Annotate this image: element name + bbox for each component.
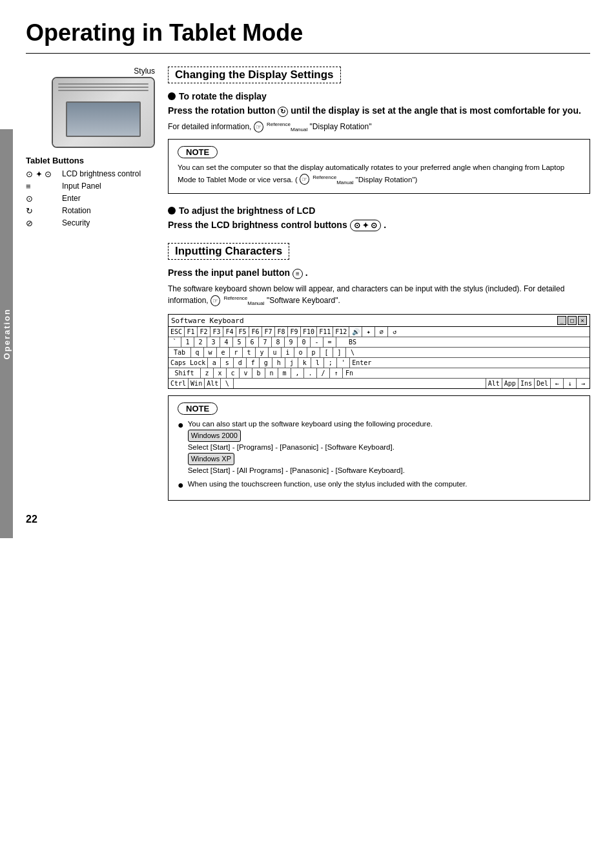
key-n[interactable]: n	[265, 368, 278, 378]
key-rotate[interactable]: ↺	[388, 327, 401, 337]
key-4[interactable]: 4	[220, 337, 233, 347]
key-f4[interactable]: F4	[223, 327, 236, 337]
subsection-brightness-title: To adjust the brightness of LCD	[168, 205, 590, 216]
key-b[interactable]: b	[252, 368, 265, 378]
key-f1[interactable]: F1	[185, 327, 198, 337]
keyboard-titlebar: Software Keyboard _ □ ✕	[169, 315, 590, 327]
key-g[interactable]: g	[260, 358, 272, 368]
key-u[interactable]: u	[269, 348, 282, 357]
key-esc[interactable]: ESC	[169, 327, 185, 337]
key-vol[interactable]: 🔊	[349, 327, 362, 337]
key-w[interactable]: w	[204, 348, 217, 357]
input-panel-label: Input Panel	[62, 182, 101, 191]
key-enter[interactable]: Enter	[350, 358, 373, 368]
key-s[interactable]: s	[221, 358, 234, 368]
key-8[interactable]: 8	[272, 337, 285, 347]
key-minus[interactable]: -	[311, 337, 323, 347]
key-downarrow[interactable]: ↓	[564, 379, 577, 388]
key-semicolon[interactable]: ;	[324, 358, 337, 368]
key-uparrow[interactable]: ↑	[330, 368, 343, 378]
key-j[interactable]: j	[285, 358, 298, 368]
key-1[interactable]: 1	[181, 337, 194, 347]
list-item: ≡ Input Panel	[26, 182, 155, 191]
key-shift[interactable]: Shift	[169, 368, 201, 378]
key-r[interactable]: r	[230, 348, 243, 357]
key-space[interactable]	[234, 379, 486, 388]
key-0[interactable]: 0	[298, 337, 311, 347]
key-y[interactable]: y	[256, 348, 269, 357]
key-z[interactable]: z	[201, 368, 214, 378]
key-leftarrow[interactable]: ←	[551, 379, 564, 388]
key-rbracket[interactable]: ]	[333, 348, 346, 357]
key-c[interactable]: c	[227, 368, 240, 378]
key-alt-r[interactable]: Alt	[486, 379, 502, 388]
key-6[interactable]: 6	[246, 337, 259, 347]
key-win[interactable]: Win	[189, 379, 205, 388]
key-backslash[interactable]: \	[346, 348, 359, 357]
list-item: ↻ Rotation	[26, 206, 155, 216]
key-bright[interactable]: ✦	[362, 327, 375, 337]
maximize-button[interactable]: □	[568, 316, 577, 325]
key-9[interactable]: 9	[285, 337, 298, 347]
key-lbracket[interactable]: [	[320, 348, 333, 357]
key-o[interactable]: o	[294, 348, 307, 357]
key-f[interactable]: f	[247, 358, 260, 368]
key-d[interactable]: d	[234, 358, 247, 368]
right-panel: Changing the Display Settings To rotate …	[168, 67, 590, 512]
key-backtick[interactable]: `	[169, 337, 181, 347]
key-f5[interactable]: F5	[236, 327, 249, 337]
key-2[interactable]: 2	[194, 337, 207, 347]
key-ins[interactable]: Ins	[518, 379, 535, 388]
key-a[interactable]: a	[208, 358, 221, 368]
key-f7[interactable]: F7	[262, 327, 275, 337]
key-f9[interactable]: F9	[288, 327, 301, 337]
key-q[interactable]: q	[191, 348, 204, 357]
key-p[interactable]: p	[307, 348, 320, 357]
key-f3[interactable]: F3	[210, 327, 223, 337]
key-del[interactable]: Del	[535, 379, 551, 388]
key-7[interactable]: 7	[259, 337, 272, 347]
key-fn[interactable]: Fn	[343, 368, 356, 378]
key-k[interactable]: k	[298, 358, 311, 368]
page-title: Operating in Tablet Mode	[26, 19, 590, 47]
key-f11[interactable]: F11	[317, 327, 333, 337]
key-v[interactable]: v	[240, 368, 252, 378]
key-slash[interactable]: /	[317, 368, 330, 378]
lcd-brightness-icon: ⊙ ✦ ⊙	[26, 169, 58, 179]
key-m[interactable]: m	[278, 368, 291, 378]
key-l[interactable]: l	[311, 358, 324, 368]
operation-sidebar: Operation	[0, 129, 13, 538]
key-rightarrow[interactable]: →	[577, 379, 590, 388]
key-f6[interactable]: F6	[249, 327, 262, 337]
key-f12[interactable]: F12	[333, 327, 349, 337]
section1-header: Changing the Display Settings	[168, 67, 341, 83]
key-f10[interactable]: F10	[301, 327, 317, 337]
key-i[interactable]: i	[282, 348, 294, 357]
key-h[interactable]: h	[272, 358, 285, 368]
key-equal[interactable]: =	[323, 337, 336, 347]
key-capslock[interactable]: Caps Lock	[169, 358, 208, 368]
key-f2[interactable]: F2	[198, 327, 210, 337]
key-ctrl[interactable]: Ctrl	[169, 379, 189, 388]
key-backslash2[interactable]: \	[221, 379, 234, 388]
rotate-instruction: Press the rotation button ↻ until the di…	[168, 105, 590, 117]
key-comma[interactable]: ,	[291, 368, 304, 378]
key-bs[interactable]: BS	[336, 337, 369, 347]
key-tab[interactable]: Tab	[169, 348, 191, 357]
key-e[interactable]: e	[217, 348, 230, 357]
key-alt-l[interactable]: Alt	[205, 379, 221, 388]
key-quote[interactable]: '	[337, 358, 350, 368]
key-5[interactable]: 5	[233, 337, 246, 347]
key-x[interactable]: x	[214, 368, 227, 378]
minimize-button[interactable]: _	[557, 316, 566, 325]
key-circle[interactable]: ⌀	[375, 327, 388, 337]
key-app[interactable]: App	[502, 379, 518, 388]
key-f8[interactable]: F8	[275, 327, 288, 337]
key-t[interactable]: t	[243, 348, 256, 357]
key-period[interactable]: .	[304, 368, 317, 378]
key-3[interactable]: 3	[207, 337, 220, 347]
close-button[interactable]: ✕	[578, 316, 587, 325]
lcd-icons: ⊙ ✦ ⊙	[350, 220, 382, 231]
note-box-2: NOTE ● You can also start up the softwar…	[168, 395, 590, 501]
keyboard-row-zxcv: Shift z x c v b n m , . / ↑ Fn	[169, 368, 590, 379]
